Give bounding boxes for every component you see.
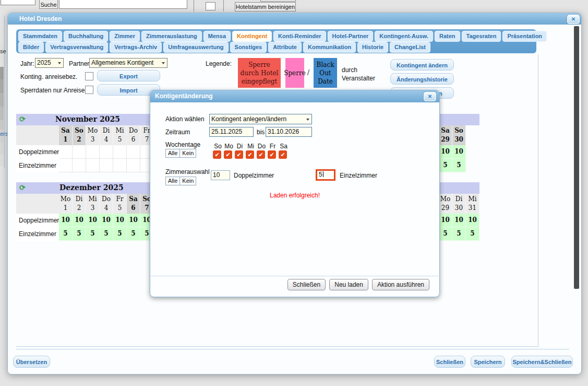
calendar-cell[interactable]: 5 bbox=[452, 227, 466, 241]
calendar-cell[interactable] bbox=[73, 145, 86, 159]
zeitraum-von-input[interactable]: 25.11.2025 bbox=[209, 127, 254, 137]
search-input[interactable] bbox=[59, 0, 187, 9]
tab-praesentation[interactable]: Präsentation bbox=[502, 31, 547, 42]
calendar-cell[interactable]: 5 bbox=[439, 227, 452, 241]
calendar-cell[interactable]: 5 bbox=[113, 227, 127, 241]
calendar-cell[interactable]: 5 bbox=[439, 159, 452, 172]
calendar-cell[interactable]: 10 bbox=[439, 214, 452, 227]
weekday-checkbox-fr[interactable]: ✔ bbox=[268, 150, 276, 159]
speichern-button[interactable]: Speichern bbox=[471, 356, 505, 368]
window-titlebar[interactable]: Hotel Dresden bbox=[8, 13, 581, 25]
hotelstamm-bereinigen-button[interactable]: Hotelstamm bereinigen bbox=[235, 2, 296, 11]
calendar-cell[interactable]: 5 bbox=[100, 227, 113, 241]
aktion-ausfuehren-button[interactable]: Aktion ausführen bbox=[372, 279, 429, 290]
background-input-left[interactable] bbox=[1, 0, 35, 5]
calendar-cell[interactable]: 10 bbox=[113, 214, 127, 227]
zimmer-alle-button[interactable]: Alle bbox=[166, 177, 179, 185]
calendar-cell[interactable]: 5 bbox=[127, 227, 140, 241]
einzelzimmer-input[interactable]: 5 bbox=[316, 169, 335, 181]
tab-buchhaltung[interactable]: Buchhaltung bbox=[64, 31, 108, 42]
tab-vertragsverwaltung[interactable]: Vertragsverwaltung bbox=[45, 42, 108, 53]
calendar-cell[interactable] bbox=[100, 159, 113, 172]
tab-hotel-partner[interactable]: Hotel-Partner bbox=[328, 31, 374, 42]
tab-kontingent-ausw[interactable]: Kontingent-Ausw. bbox=[375, 31, 433, 42]
tab-attribute[interactable]: Attribute bbox=[268, 42, 302, 53]
tab-mensa[interactable]: Mensa bbox=[203, 31, 231, 42]
zeitraum-bis-input[interactable]: 31.10.2026 bbox=[266, 127, 312, 137]
tab-vertrags-archiv[interactable]: Vertrags-Archiv bbox=[110, 42, 162, 53]
calendar-cell[interactable] bbox=[113, 145, 127, 159]
tab-konti-reminder[interactable]: Konti-Reminder bbox=[273, 31, 326, 42]
neu-anlegen-button[interactable]: Neu anlegen bbox=[260, 0, 296, 2]
aktion-select[interactable]: Kontingent anlegen/ändern bbox=[209, 114, 312, 124]
tab-zimmerauslastung[interactable]: Zimmerauslastung bbox=[141, 31, 202, 42]
tab-umfrageauswertung[interactable]: Umfrageauswertung bbox=[163, 42, 228, 53]
calendar-cell[interactable]: 5 bbox=[452, 159, 466, 172]
weekday-checkbox-so[interactable]: ✔ bbox=[213, 150, 221, 159]
doppelzimmer-input[interactable]: 10 bbox=[211, 170, 230, 180]
calendar-cell[interactable]: 10 bbox=[86, 214, 100, 227]
kontingent-aendern-button[interactable]: Kontingent ändern bbox=[390, 59, 454, 71]
weekday-checkbox-do[interactable]: ✔ bbox=[257, 150, 265, 159]
speichern-und-schliessen-button[interactable]: Speichern&Schließen bbox=[511, 356, 573, 368]
tab-kommunikation[interactable]: Kommunikation bbox=[303, 42, 356, 53]
calendar-cell[interactable] bbox=[127, 159, 140, 172]
calendar-cell[interactable]: 10 bbox=[73, 214, 86, 227]
modal-titlebar[interactable]: Kontigentänderung bbox=[150, 90, 439, 102]
close-icon[interactable]: ✕ bbox=[567, 15, 580, 24]
tab-bilder[interactable]: Bilder bbox=[18, 42, 44, 53]
export-button[interactable]: Export bbox=[97, 70, 160, 81]
calendar-cell[interactable]: 10 bbox=[452, 145, 466, 159]
calendar-cell[interactable]: 10 bbox=[127, 214, 140, 227]
wochentage-alle-button[interactable]: Alle bbox=[166, 149, 179, 157]
calendar-cell[interactable] bbox=[86, 159, 100, 172]
einzelzimmer-label: Einzelzimmer bbox=[340, 172, 377, 179]
schliessen-button[interactable]: Schließen bbox=[434, 356, 465, 368]
tab-sonstiges[interactable]: Sonstiges bbox=[230, 42, 267, 53]
konting-anreisebez-checkbox[interactable] bbox=[85, 72, 93, 80]
calendar-cell[interactable]: 10 bbox=[466, 214, 479, 227]
background-small-input[interactable] bbox=[206, 2, 215, 10]
calendar-cell[interactable]: 5 bbox=[59, 227, 73, 241]
weekday-checkbox-di[interactable]: ✔ bbox=[235, 150, 243, 159]
suche-button[interactable]: Suche bbox=[39, 0, 58, 9]
calendar-cell[interactable] bbox=[59, 159, 73, 172]
tab-changelist[interactable]: ChangeList bbox=[390, 42, 430, 53]
refresh-icon[interactable]: ⟳ bbox=[19, 115, 26, 123]
day-number: 4 bbox=[100, 135, 113, 144]
zimmer-kein-button[interactable]: Kein bbox=[179, 177, 196, 185]
weekday-checkbox-mo[interactable]: ✔ bbox=[224, 150, 232, 159]
calendar-cell[interactable]: 5 bbox=[73, 227, 86, 241]
jahr-select[interactable]: 2025 bbox=[35, 58, 64, 68]
modal-close-icon[interactable]: ✕ bbox=[424, 92, 436, 101]
calendar-cell[interactable]: 10 bbox=[452, 214, 466, 227]
calendar-cell[interactable]: 5 bbox=[466, 227, 479, 241]
calendar-cell[interactable]: 10 bbox=[100, 214, 113, 227]
calendar-cell[interactable]: 10 bbox=[59, 214, 73, 227]
uebersetzen-button[interactable]: Übersetzen bbox=[13, 356, 50, 368]
partner-select[interactable]: Allgemeines Kontigent bbox=[89, 58, 167, 68]
calendar-cell[interactable] bbox=[86, 145, 100, 159]
calendar-cell[interactable] bbox=[59, 145, 73, 159]
sperrdaten-checkbox[interactable] bbox=[85, 86, 93, 94]
calendar-cell[interactable] bbox=[127, 145, 140, 159]
refresh-icon[interactable]: ⟳ bbox=[19, 183, 26, 192]
tab-raten[interactable]: Raten bbox=[435, 31, 460, 42]
weekday-checkbox-mi[interactable]: ✔ bbox=[246, 150, 254, 159]
calendar-cell[interactable] bbox=[113, 159, 127, 172]
wochentage-kein-button[interactable]: Kein bbox=[179, 149, 196, 157]
tab-kontingent[interactable]: Kontingent bbox=[232, 31, 272, 42]
vertical-scrollbar[interactable] bbox=[574, 26, 579, 289]
weekday-checkbox-sa[interactable]: ✔ bbox=[279, 150, 287, 159]
calendar-cell[interactable] bbox=[100, 145, 113, 159]
calendar-cell[interactable]: 5 bbox=[86, 227, 100, 241]
neu-laden-button[interactable]: Neu laden bbox=[329, 279, 368, 290]
schliessen-button[interactable]: Schließen bbox=[287, 279, 326, 290]
tab-stammdaten[interactable]: Stammdaten bbox=[18, 31, 62, 42]
calendar-cell[interactable] bbox=[73, 159, 86, 172]
aenderungshistorie-button[interactable]: Änderungshistorie bbox=[390, 73, 454, 85]
tab-historie[interactable]: Historie bbox=[357, 42, 388, 53]
tab-zimmer[interactable]: Zimmer bbox=[110, 31, 140, 42]
tab-tagesraten[interactable]: Tagesraten bbox=[462, 31, 501, 42]
calendar-cell[interactable]: 10 bbox=[439, 145, 452, 159]
